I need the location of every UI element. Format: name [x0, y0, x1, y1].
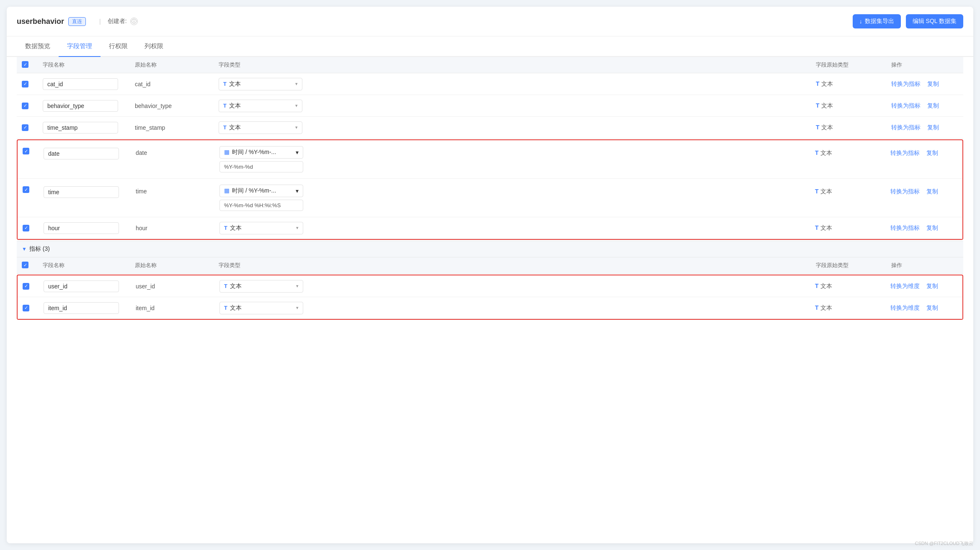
field-type-select-user-id[interactable]: T文本 ▾	[219, 280, 303, 293]
field-type-select-time-stamp[interactable]: T文本 ▾	[219, 121, 302, 134]
copy-user-id[interactable]: 复制	[926, 283, 938, 290]
header-actions: 操作	[891, 61, 958, 69]
copy-time[interactable]: 复制	[926, 188, 938, 195]
field-name-input-behavior-type[interactable]	[43, 100, 118, 112]
original-type-date: T文本	[815, 146, 890, 157]
chevron-icon: ▾	[295, 81, 298, 87]
table-row: time_stamp T文本 ▾ T文本 转换为指标 复制	[17, 117, 963, 139]
copy-cat-id[interactable]: 复制	[927, 80, 939, 88]
date-type-dropdown[interactable]: ▦时间 / %Y-%m-... ▾	[219, 146, 303, 159]
indicator-select-all-checkbox[interactable]	[22, 262, 28, 268]
tab-col-permission[interactable]: 列权限	[136, 36, 172, 57]
chevron-icon: ▾	[296, 225, 299, 231]
table-row: cat_id T文本 ▾ T文本 转换为指标 复制	[17, 73, 963, 95]
row-checkbox-item-id[interactable]	[23, 305, 29, 311]
row-checkbox-time-stamp[interactable]	[22, 124, 28, 131]
content: 字段名称 原始名称 字段类型 字段原始类型 操作 cat_id T文本 ▾ T文…	[7, 57, 973, 331]
convert-to-indicator-time-stamp[interactable]: 转换为指标	[891, 124, 921, 131]
chevron-icon: ▾	[296, 149, 299, 156]
original-name-hour: hour	[136, 225, 219, 231]
field-type-select-hour[interactable]: T文本 ▾	[219, 222, 303, 234]
time-type-dropdown[interactable]: ▦时间 / %Y-%m-... ▾	[219, 185, 303, 197]
convert-to-dimension-item-id[interactable]: 转换为维度	[890, 304, 920, 312]
copy-behavior-type[interactable]: 复制	[927, 102, 939, 110]
original-type-cat-id: T文本	[816, 80, 891, 88]
info-icon[interactable]: ⓘ	[130, 18, 138, 25]
original-type-user-id: T文本	[815, 283, 890, 290]
watermark: CSDN @FIT2CLOUD飞致云	[915, 540, 973, 547]
download-icon: ↓	[859, 18, 862, 25]
tab-data-preview[interactable]: 数据预览	[17, 36, 59, 57]
convert-to-indicator-date[interactable]: 转换为指标	[890, 149, 920, 157]
table-row-item-id: item_id T文本 ▾ T文本 转换为维度 复制	[18, 297, 962, 319]
chevron-icon: ▾	[296, 188, 299, 194]
row-checkbox-hour[interactable]	[23, 225, 29, 231]
field-name-input-cat-id[interactable]	[43, 78, 118, 90]
type-icon-item-id: T	[224, 305, 227, 311]
date-format-input[interactable]	[219, 161, 303, 172]
row-checkbox-time[interactable]	[23, 186, 29, 193]
field-name-input-hour[interactable]	[44, 222, 119, 234]
time-type-cell: ▦时间 / %Y-%m-... ▾	[219, 185, 815, 211]
select-all-checkbox[interactable]	[22, 61, 28, 68]
time-format-input[interactable]	[219, 200, 303, 211]
convert-to-indicator-hour[interactable]: 转换为指标	[890, 224, 920, 232]
header: userbehavior 直连 | 创建者: ⓘ ↓ 数据集导出 编辑 SQL …	[7, 7, 973, 36]
header-original-name: 原始名称	[135, 61, 219, 69]
field-type-select-cat-id[interactable]: T文本 ▾	[219, 78, 302, 90]
convert-to-indicator-behavior-type[interactable]: 转换为指标	[891, 102, 921, 110]
type-icon-hour: T	[224, 225, 227, 231]
tab-field-management[interactable]: 字段管理	[59, 36, 101, 57]
row-actions-date: 转换为指标 复制	[890, 146, 957, 157]
red-border-date-time-hour: date ▦时间 / %Y-%m-... ▾ T文本 转换为指标 复制	[17, 139, 963, 240]
copy-hour[interactable]: 复制	[926, 224, 938, 232]
original-type-hour: T文本	[815, 224, 890, 232]
field-name-input-time[interactable]	[44, 186, 119, 198]
original-name-time: time	[136, 185, 219, 195]
red-border-indicators: user_id T文本 ▾ T文本 转换为维度 复制	[17, 275, 963, 320]
field-type-select-item-id[interactable]: T文本 ▾	[219, 302, 303, 314]
copy-item-id[interactable]: 复制	[926, 304, 938, 312]
calendar-icon: ▦	[224, 149, 230, 155]
table-header: 字段名称 原始名称 字段类型 字段原始类型 操作	[17, 57, 963, 73]
original-name-behavior-type: behavior_type	[135, 103, 219, 109]
table-row-user-id: user_id T文本 ▾ T文本 转换为维度 复制	[18, 275, 962, 297]
date-type-cell: ▦时间 / %Y-%m-... ▾	[219, 146, 815, 172]
field-type-select-behavior-type[interactable]: T文本 ▾	[219, 100, 302, 112]
indicator-table-header: 字段名称 原始名称 字段类型 字段原始类型 操作	[17, 257, 963, 274]
calendar-icon: ▦	[224, 187, 230, 194]
indicator-header-original-name: 原始名称	[135, 262, 219, 269]
row-checkbox-cat-id[interactable]	[22, 81, 28, 87]
creator-label: 创建者:	[108, 18, 127, 25]
row-checkbox-behavior-type[interactable]	[22, 103, 28, 109]
chevron-icon: ▾	[295, 103, 298, 108]
original-type-item-id: T文本	[815, 304, 890, 312]
copy-date[interactable]: 复制	[926, 149, 938, 157]
collapse-icon[interactable]: ▼	[22, 246, 27, 252]
field-name-input-time-stamp[interactable]	[43, 122, 118, 134]
indicator-header-field-type: 字段类型	[219, 262, 816, 269]
original-type-behavior-type: T文本	[816, 102, 891, 110]
row-checkbox-user-id[interactable]	[23, 283, 29, 290]
convert-to-dimension-user-id[interactable]: 转换为维度	[890, 283, 920, 290]
header-divider: |	[99, 18, 101, 25]
indicator-header-field-name: 字段名称	[43, 262, 135, 269]
convert-to-indicator-cat-id[interactable]: 转换为指标	[891, 80, 921, 88]
field-name-input-item-id[interactable]	[44, 302, 119, 314]
header-field-type: 字段类型	[219, 61, 816, 69]
row-checkbox-date[interactable]	[23, 148, 29, 154]
original-name-time-stamp: time_stamp	[135, 124, 219, 131]
original-name-item-id: item_id	[136, 305, 219, 311]
original-type-time-stamp: T文本	[816, 124, 891, 131]
field-name-input-user-id[interactable]	[44, 280, 119, 292]
edit-sql-button[interactable]: 编辑 SQL 数据集	[906, 14, 963, 28]
table-row-time: time ▦时间 / %Y-%m-... ▾ T文本 转换为指标 复制	[18, 179, 962, 217]
export-button[interactable]: ↓ 数据集导出	[853, 14, 901, 28]
tab-row-permission[interactable]: 行权限	[101, 36, 136, 57]
indicator-header-checkbox-col	[22, 262, 43, 269]
header-checkbox-col	[22, 61, 43, 69]
convert-to-indicator-time[interactable]: 转换为指标	[890, 188, 920, 195]
copy-time-stamp[interactable]: 复制	[927, 124, 939, 131]
field-name-input-date[interactable]	[44, 148, 119, 159]
original-name-date: date	[136, 146, 219, 156]
